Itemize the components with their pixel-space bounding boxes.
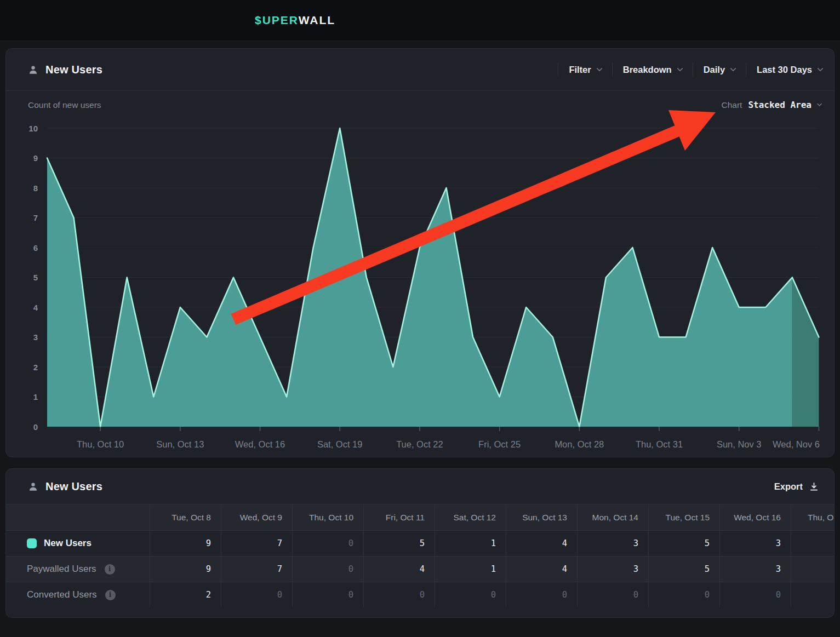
value-cell: 0 <box>648 582 719 607</box>
cell-value: 1 <box>491 538 496 548</box>
value-cell: 7 <box>221 556 292 582</box>
new-users-chart-card: 012345678910Thu, Oct 10Sun, Oct 13Wed, O… <box>5 48 835 457</box>
series-color-swatch <box>27 538 37 548</box>
y-axis-label: 9 <box>33 153 38 163</box>
table-row: New Users970514353 <box>6 530 834 556</box>
export-button[interactable]: Export <box>774 481 819 492</box>
value-cell: 0 <box>719 582 791 607</box>
column-header: Thu, Oct 17 <box>791 504 835 530</box>
breakdown-dropdown[interactable]: Breakdown <box>623 65 682 75</box>
chart-card-title: New Users <box>28 64 102 76</box>
chart-controls: Filter Breakdown Daily Last 30 Days <box>547 62 822 77</box>
page-title: New Users <box>45 64 102 76</box>
value-cell <box>791 531 835 556</box>
value-cell <box>791 582 835 607</box>
column-header: Fri, Oct 11 <box>363 504 435 530</box>
column-header-label: Sun, Oct 13 <box>522 513 567 523</box>
y-axis-label: 1 <box>33 392 38 401</box>
column-header-label: Tue, Oct 8 <box>172 513 211 523</box>
chart-type-selector[interactable]: Chart Stacked Area <box>722 100 822 110</box>
new-users-table-card: New Users Export Tue, Oct 8Wed, Oct 9Thu… <box>5 468 835 618</box>
table-title: New Users <box>45 480 102 493</box>
info-icon[interactable]: i <box>105 564 115 575</box>
cell-value: 3 <box>633 538 638 548</box>
column-header: Wed, Oct 9 <box>221 504 292 530</box>
info-icon[interactable]: i <box>105 590 116 600</box>
value-cell <box>791 556 835 582</box>
cell-value: 0 <box>562 590 567 600</box>
x-axis-label: Thu, Oct 31 <box>636 439 683 449</box>
chart-sub-row: Count of new users Chart Stacked Area <box>6 100 834 110</box>
x-axis-label: Mon, Oct 28 <box>555 439 604 449</box>
chart-card-header: New Users Filter Breakdown Daily Last 30… <box>6 49 834 91</box>
cell-value: 2 <box>206 590 211 600</box>
y-axis-label: 8 <box>33 183 38 193</box>
cell-value: 7 <box>277 564 282 574</box>
column-header: Thu, Oct 10 <box>292 504 363 530</box>
download-icon <box>809 481 819 492</box>
cell-value: 5 <box>420 538 425 548</box>
value-cell: 5 <box>363 531 435 556</box>
logo-suffix: WALL <box>299 14 335 26</box>
x-axis-label: Thu, Oct 10 <box>77 439 124 449</box>
top-bar: $UPERWALL <box>0 0 840 41</box>
filter-dropdown[interactable]: Filter <box>569 65 601 75</box>
cell-value: 0 <box>633 590 638 600</box>
x-axis-label: Fri, Oct 25 <box>478 439 521 449</box>
column-header: Mon, Oct 14 <box>577 504 648 530</box>
cell-value: 3 <box>633 564 638 574</box>
y-axis-label: 5 <box>33 273 38 282</box>
value-cell: 5 <box>648 531 719 556</box>
row-label-cell: Converted Usersi <box>6 582 150 607</box>
x-axis-label: Sun, Nov 3 <box>717 439 762 449</box>
x-axis-label: Sun, Oct 13 <box>156 439 204 449</box>
person-icon <box>28 65 38 75</box>
cell-value: 0 <box>420 590 425 600</box>
chevron-down-icon <box>677 65 683 71</box>
cell-value: 9 <box>206 538 211 548</box>
cell-value: 3 <box>776 564 781 574</box>
data-table: Tue, Oct 8Wed, Oct 9Thu, Oct 10Fri, Oct … <box>6 504 834 607</box>
value-cell: 3 <box>719 556 791 582</box>
value-cell: 0 <box>292 556 363 582</box>
value-cell: 4 <box>506 531 577 556</box>
granularity-label: Daily <box>704 65 725 75</box>
row-label-cell: New Users <box>6 531 150 556</box>
date-range-dropdown[interactable]: Last 30 Days <box>757 65 822 75</box>
value-cell: 0 <box>292 531 363 556</box>
value-cell: 3 <box>577 531 648 556</box>
y-axis-label: 7 <box>33 213 38 222</box>
cell-value: 4 <box>562 564 567 574</box>
value-cell: 0 <box>363 582 435 607</box>
y-axis-label: 0 <box>33 422 38 432</box>
column-header-label: Sat, Oct 12 <box>453 513 496 523</box>
value-cell: 0 <box>435 582 506 607</box>
cell-value: 5 <box>705 564 710 574</box>
column-header-label: Wed, Oct 9 <box>240 513 282 523</box>
table-card-header: New Users Export <box>6 469 834 504</box>
granularity-dropdown[interactable]: Daily <box>704 65 735 75</box>
divider <box>746 62 746 77</box>
y-axis-label: 3 <box>33 332 38 342</box>
divider <box>693 62 693 77</box>
chevron-down-icon <box>817 65 823 71</box>
value-cell: 0 <box>292 582 363 607</box>
superwall-logo[interactable]: $UPERWALL <box>255 14 335 27</box>
cell-value: 5 <box>705 538 710 548</box>
row-label: New Users <box>44 538 92 549</box>
chevron-down-icon <box>596 65 602 71</box>
cell-value: 0 <box>348 590 353 600</box>
cell-value: 4 <box>562 538 567 548</box>
y-axis-label: 2 <box>33 363 38 372</box>
value-cell: 4 <box>506 556 577 582</box>
logo-prefix: $UPER <box>255 14 299 26</box>
column-header-label: Wed, Oct 16 <box>734 513 781 523</box>
y-axis-label: 4 <box>33 303 38 312</box>
row-label-cell: Paywalled Usersi <box>6 556 150 582</box>
value-cell: 2 <box>150 582 221 607</box>
cell-value: 0 <box>348 564 353 574</box>
cell-value: 0 <box>705 590 710 600</box>
value-cell: 9 <box>150 556 221 582</box>
x-axis-label: Wed, Nov 6 <box>773 439 820 449</box>
value-cell: 0 <box>221 582 292 607</box>
